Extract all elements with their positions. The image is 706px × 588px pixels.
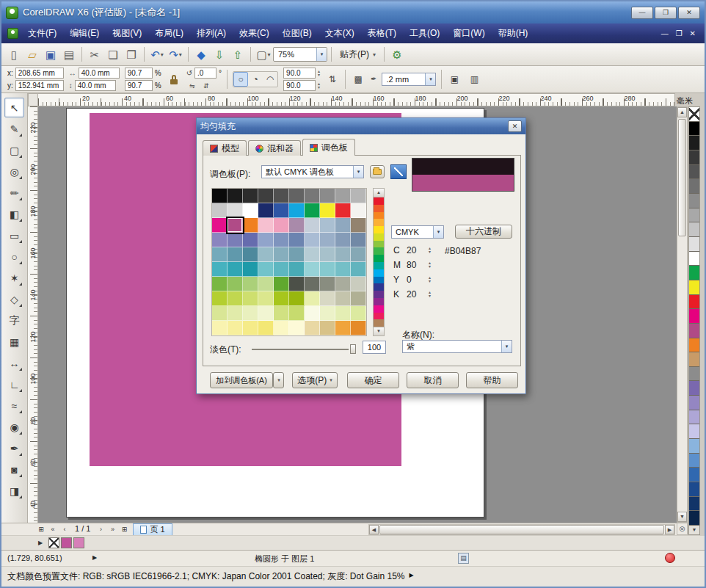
arc-start-input[interactable]: 90.0: [283, 68, 316, 79]
component-value-input[interactable]: 20: [407, 289, 429, 300]
y-position-input[interactable]: 152.941 mm: [15, 80, 64, 91]
palette-color-cell[interactable]: [243, 218, 258, 233]
spin-down-icon[interactable]: ▾: [429, 280, 431, 283]
dialog-close-button[interactable]: ✕: [508, 120, 522, 132]
color-swatch[interactable]: [689, 150, 699, 165]
freehand-tool[interactable]: ✏: [4, 183, 24, 203]
palette-color-cell[interactable]: [274, 203, 289, 218]
palette-color-cell[interactable]: [243, 291, 258, 306]
palette-color-cell[interactable]: [351, 203, 366, 218]
expand-arrow-icon[interactable]: ▶: [410, 572, 414, 578]
palette-color-cell[interactable]: [228, 321, 243, 335]
palette-color-cell[interactable]: [320, 262, 335, 277]
text-tool[interactable]: 字: [4, 311, 24, 330]
hexadecimal-button[interactable]: 十六进制: [455, 225, 512, 239]
palette-color-cell[interactable]: [305, 306, 320, 321]
palette-color-cell[interactable]: [351, 189, 366, 203]
palette-color-cell[interactable]: [351, 277, 366, 291]
color-swatch[interactable]: [689, 497, 699, 512]
horizontal-scrollbar[interactable]: ◀ ▶: [368, 524, 675, 535]
menu-item-9[interactable]: 表格(T): [361, 24, 403, 43]
prev-page-button[interactable]: ‹: [59, 523, 70, 534]
palette-color-cell[interactable]: [243, 247, 258, 262]
palette-color-cell[interactable]: [335, 247, 351, 262]
component-value-input[interactable]: 0: [407, 275, 429, 285]
object-height-input[interactable]: 40.0 mm: [75, 80, 116, 91]
palette-color-cell[interactable]: [258, 262, 274, 277]
color-swatch[interactable]: [689, 208, 699, 223]
change-direction-button[interactable]: ⇅: [325, 72, 340, 87]
color-swatch[interactable]: [689, 454, 699, 468]
strip-color-cell[interactable]: [374, 319, 384, 327]
palette-color-cell[interactable]: [274, 262, 289, 277]
strip-scroll-up-icon[interactable]: ▲: [374, 189, 384, 197]
palette-color-cell[interactable]: [305, 218, 320, 233]
paste-button[interactable]: ❐: [123, 46, 140, 63]
document-color-swatch[interactable]: [73, 537, 84, 548]
palette-color-cell[interactable]: [289, 262, 305, 277]
spin-down-icon[interactable]: ▾: [429, 265, 431, 269]
spin-down-icon[interactable]: ▾: [429, 294, 431, 298]
palette-color-cell[interactable]: [258, 277, 274, 291]
palette-color-cell[interactable]: [320, 306, 335, 321]
basic-shapes-tool[interactable]: ◇: [4, 289, 24, 309]
palette-color-cell[interactable]: [274, 277, 289, 291]
horizontal-ruler[interactable]: 20406080100120140160180200220240260280: [38, 93, 675, 106]
color-swatch[interactable]: [689, 439, 699, 454]
palette-color-cell[interactable]: [228, 291, 243, 306]
arc-button[interactable]: ◠: [263, 72, 277, 87]
document-minimize-button[interactable]: —: [661, 29, 669, 37]
vertical-ruler[interactable]: 220200180160140120100806040: [28, 106, 38, 523]
palette-color-cell[interactable]: [289, 321, 305, 335]
palette-color-cell[interactable]: [228, 203, 243, 218]
expand-arrow-icon[interactable]: ▶: [92, 554, 97, 561]
palette-color-cell[interactable]: [351, 218, 366, 233]
connector-tool[interactable]: ∟: [4, 374, 24, 394]
spinner[interactable]: ▴▾: [429, 291, 431, 298]
eyedropper-button[interactable]: [390, 164, 407, 179]
menu-item-2[interactable]: 编辑(E): [63, 24, 106, 43]
palette-color-cell[interactable]: [351, 291, 366, 306]
document-color-swatch[interactable]: [61, 537, 72, 548]
palette-color-cell[interactable]: [351, 233, 366, 247]
palette-color-cell[interactable]: [351, 306, 366, 321]
horizontal-scrollbar-thumb[interactable]: [379, 525, 664, 534]
palette-color-cell[interactable]: [305, 233, 320, 247]
next-page-button[interactable]: ›: [95, 523, 106, 534]
color-swatch[interactable]: [689, 381, 699, 396]
palette-color-cell[interactable]: [351, 262, 366, 277]
color-swatch[interactable]: [689, 165, 699, 180]
palette-color-cell[interactable]: [289, 277, 305, 291]
open-palette-button[interactable]: [370, 165, 385, 178]
palette-scroll-down-icon[interactable]: ▼: [689, 526, 699, 534]
palette-color-cell[interactable]: [289, 189, 305, 203]
palette-color-cell[interactable]: [274, 189, 289, 203]
palette-color-cell[interactable]: [335, 291, 351, 306]
options-button[interactable]: 选项(P) ▾: [292, 372, 338, 388]
palette-color-cell[interactable]: [289, 218, 305, 233]
no-color-swatch[interactable]: [48, 537, 59, 548]
strip-color-cell[interactable]: [374, 226, 384, 233]
palette-color-cell[interactable]: [274, 321, 289, 335]
spin-down-icon[interactable]: ▾: [318, 73, 320, 77]
pick-tool[interactable]: ↖: [4, 98, 24, 117]
palette-color-cell[interactable]: [228, 247, 243, 262]
strip-color-cell[interactable]: [374, 212, 384, 219]
palette-color-cell[interactable]: [228, 233, 243, 247]
palette-color-cell[interactable]: [335, 189, 351, 203]
palette-color-cell[interactable]: [320, 233, 335, 247]
palette-color-cell[interactable]: [274, 247, 289, 262]
strip-color-cell[interactable]: [374, 233, 384, 241]
strip-color-cell[interactable]: [374, 205, 384, 212]
palette-color-cell[interactable]: [212, 189, 228, 203]
export-button[interactable]: ⇧: [229, 46, 247, 63]
add-page-button[interactable]: ⊞: [35, 523, 47, 534]
tab-models[interactable]: 模型: [203, 140, 247, 156]
menu-item-12[interactable]: 帮助(H): [492, 24, 535, 43]
palette-color-cell[interactable]: [335, 306, 351, 321]
color-swatch[interactable]: [689, 482, 699, 497]
palette-color-cell[interactable]: [305, 203, 320, 218]
color-swatch[interactable]: [689, 468, 699, 482]
mirror-vertical-button[interactable]: ⇵: [200, 80, 212, 91]
outline-pen-tool[interactable]: ✒: [4, 438, 24, 458]
